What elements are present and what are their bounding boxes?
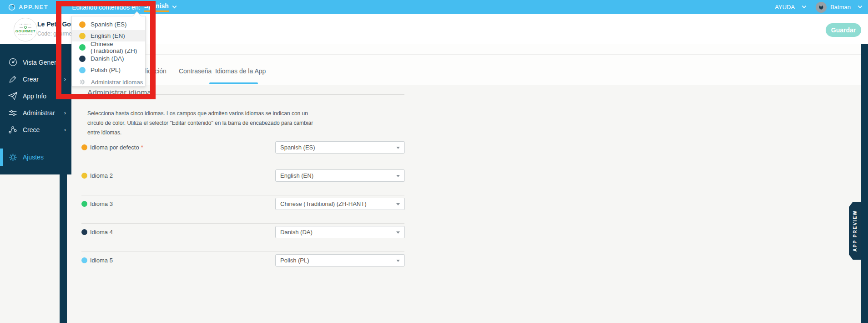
language-color-dot [79,44,86,51]
row-separator [81,280,404,280]
app-code: Code: gourmet1 [37,31,76,37]
app-preview-edge-strip [861,44,868,323]
select-value: Chinese (Traditional) (ZH-HANT) [280,200,367,207]
network-icon [8,125,18,134]
language-option-danish[interactable]: Danish (DA) [72,53,145,64]
chevron-down-icon [172,4,177,9]
appnet-brand-text: APP.NET [19,4,48,10]
select-value: English (EN) [280,172,313,179]
language-color-dot [81,229,87,235]
tab-contrasena[interactable]: Contraseña [179,67,212,75]
select-value: Spanish (ES) [280,144,315,151]
field-label: Idioma 3 [90,200,113,207]
row-separator [81,167,404,167]
language-color-dot [81,201,87,207]
tab-idiomas-app[interactable]: Idiomas de la App [215,67,266,75]
form-row-idioma-4: Idioma 4 [81,226,113,238]
sidebar-divider [8,146,64,146]
save-button[interactable]: Guardar [826,23,861,37]
top-bar: APP.NET Editando contenidos en: Spanish … [0,0,868,14]
editing-language-dropdown-trigger[interactable]: Editando contenidos en: Spanish [72,2,176,12]
tab-bar: Aplicación Contraseña Idiomas de la App [71,55,861,85]
sidebar-item-vista-general[interactable]: Vista General [0,54,71,71]
field-label: Idioma 2 [90,172,113,179]
language-option-chinese[interactable]: Chinese (Traditional) (ZH) [72,41,145,53]
gauge-icon [8,57,18,67]
user-menu[interactable]: Batman [816,2,862,13]
language-option-label: Danish (DA) [91,55,124,62]
language-color-dot [79,67,86,73]
row-separator [81,223,404,224]
form-row-idioma-5: Idioma 5 [81,254,113,267]
gear-icon [8,153,18,162]
field-label: Idioma 5 [90,257,113,264]
section-title: Administrar idiomas [87,88,155,97]
appnet-logo-icon [8,4,15,11]
sidebar-item-label: Ajustes [23,154,44,161]
language-option-polish[interactable]: Polish (PL) [72,64,145,76]
idioma-4-select[interactable]: Danish (DA) [275,226,405,238]
dropdown-arrow-icon [396,260,400,262]
chevron-down-icon [858,4,863,9]
chevron-right-icon: › [64,109,66,116]
sidebar-item-label: Crece [23,126,40,133]
left-edge-strip [60,174,67,323]
sidebar-item-app-info[interactable]: App Info [0,87,71,104]
form-row-idioma-2: Idioma 2 [81,169,113,182]
chevron-right-icon: › [64,126,66,133]
language-color-dot [81,173,87,179]
active-tab-underline [209,82,258,84]
language-color-dot [79,56,86,62]
sidebar-item-administrar[interactable]: Administrar › [0,104,71,121]
idioma-2-select[interactable]: English (EN) [275,169,405,182]
active-item-accent-bar [0,149,3,166]
batman-avatar-icon [817,3,825,11]
dropdown-arrow-icon [396,147,400,149]
editing-language-label: Editando contenidos en: [72,4,140,11]
manage-languages-label: Administrar idiomas [91,79,143,86]
dropdown-arrow-icon [396,175,400,177]
row-separator [81,195,404,195]
paper-plane-icon [8,91,18,101]
sub-header-band [71,44,861,55]
logo-bulb-icon [20,26,31,29]
language-option-label: Chinese (Traditional) (ZH) [91,41,145,54]
pencil-icon [8,75,18,84]
language-option-label: English (EN) [91,32,125,39]
field-label: Idioma por defecto [90,144,139,151]
language-color-dot [79,33,86,39]
language-option-english[interactable]: English (EN) [72,30,145,41]
language-color-dot [81,257,87,263]
help-menu[interactable]: AYUDA [775,4,806,10]
sidebar-item-crece[interactable]: Crece › [0,121,71,138]
main-content: Administrar idiomas Selecciona hasta cin… [71,85,861,323]
editing-language-value: Spanish [144,2,168,12]
app-preview-tab[interactable]: APP PREVIEW [849,202,861,260]
sliders-icon [8,108,18,118]
language-option-label: Spanish (ES) [91,21,127,28]
select-value: Danish (DA) [280,229,313,236]
dropdown-arrow-icon [396,231,400,234]
logo-name-text: GOURMET [15,29,35,34]
idioma-3-select[interactable]: Chinese (Traditional) (ZH-HANT) [275,198,405,210]
appnet-brand: APP.NET [8,4,48,11]
form-row-idioma-3: Idioma 3 [81,198,113,210]
language-option-spanish[interactable]: Spanish (ES) [72,19,145,30]
manage-languages-option[interactable]: Administrar idiomas [72,77,145,87]
dropdown-arrow-icon [396,203,400,205]
sidebar-item-label: Vista General [23,59,61,66]
field-label: Idioma 4 [90,229,113,236]
sidebar-item-ajustes[interactable]: Ajustes [0,149,71,166]
language-color-dot [81,144,87,150]
row-separator [81,251,404,252]
idioma-5-select[interactable]: Polish (PL) [275,254,405,267]
help-label: AYUDA [775,4,795,10]
gear-icon [79,79,86,85]
sidebar-item-crear[interactable]: Crear › [0,71,71,87]
sidebar-item-label: App Info [23,92,46,100]
idioma-defecto-select[interactable]: Spanish (ES) [275,141,405,154]
chevron-right-icon: › [64,76,66,82]
avatar [816,2,827,13]
app-preview-label: APP PREVIEW [853,210,858,251]
section-description: Selecciona hasta cinco idiomas. Los camp… [87,109,317,138]
